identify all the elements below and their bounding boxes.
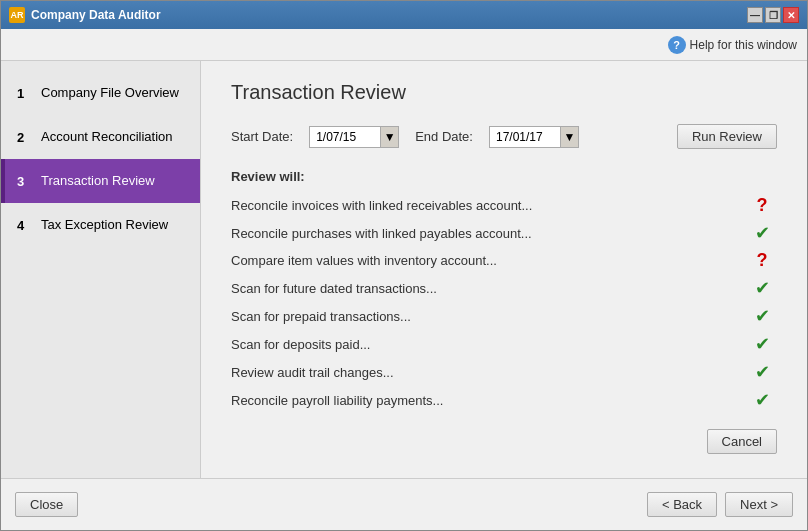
footer: Close < Back Next > — [1, 478, 807, 530]
status-question-icon: ? — [747, 250, 777, 271]
sidebar-item-label-1: Company File Overview — [41, 85, 179, 101]
sidebar-item-label-3: Transaction Review — [41, 173, 155, 189]
close-window-button[interactable]: ✕ — [783, 7, 799, 23]
status-check-icon: ✔ — [747, 222, 777, 244]
review-item: Reconcile payroll liability payments...✔ — [231, 386, 777, 414]
content-area: Transaction Review Start Date: 1/07/15 ▼… — [201, 61, 807, 478]
start-date-dropdown-button[interactable]: ▼ — [380, 127, 398, 147]
status-check-icon: ✔ — [747, 333, 777, 355]
sidebar-item-num-1: 1 — [17, 86, 33, 101]
sidebar-item-label-2: Account Reconciliation — [41, 129, 173, 145]
app-icon: AR — [9, 7, 25, 23]
start-date-input[interactable]: 1/07/15 ▼ — [309, 126, 399, 148]
review-item: Review audit trail changes...✔ — [231, 358, 777, 386]
review-item: Scan for prepaid transactions...✔ — [231, 302, 777, 330]
help-bar: ? Help for this window — [1, 29, 807, 61]
help-label: Help for this window — [690, 38, 797, 52]
review-item: Scan for future dated transactions...✔ — [231, 274, 777, 302]
start-date-label: Start Date: — [231, 129, 293, 144]
end-date-label: End Date: — [415, 129, 473, 144]
review-item-text-7: Reconcile payroll liability payments... — [231, 393, 747, 408]
footer-right: < Back Next > — [647, 492, 793, 517]
help-link[interactable]: ? Help for this window — [668, 36, 797, 54]
window-title: Company Data Auditor — [31, 8, 161, 22]
cancel-area: Cancel — [231, 421, 777, 458]
end-date-dropdown-button[interactable]: ▼ — [560, 127, 578, 147]
sidebar-item-num-4: 4 — [17, 218, 33, 233]
footer-left: Close — [15, 492, 78, 517]
review-item: Reconcile invoices with linked receivabl… — [231, 192, 777, 219]
review-item-text-5: Scan for deposits paid... — [231, 337, 747, 352]
review-item-text-6: Review audit trail changes... — [231, 365, 747, 380]
next-button[interactable]: Next > — [725, 492, 793, 517]
sidebar-item-num-2: 2 — [17, 130, 33, 145]
title-bar-left: AR Company Data Auditor — [9, 7, 161, 23]
restore-button[interactable]: ❐ — [765, 7, 781, 23]
sidebar-item-transaction-review[interactable]: 3 Transaction Review — [1, 159, 200, 203]
end-date-input[interactable]: 17/01/17 ▼ — [489, 126, 579, 148]
review-item: Reconcile purchases with linked payables… — [231, 219, 777, 247]
review-item-text-4: Scan for prepaid transactions... — [231, 309, 747, 324]
dropdown-arrow-icon: ▼ — [378, 128, 402, 146]
sidebar: 1 Company File Overview 2 Account Reconc… — [1, 61, 201, 478]
status-check-icon: ✔ — [747, 305, 777, 327]
close-button[interactable]: Close — [15, 492, 78, 517]
date-row: Start Date: 1/07/15 ▼ End Date: 17/01/17… — [231, 124, 777, 149]
title-buttons: — ❐ ✕ — [747, 7, 799, 23]
review-item-text-3: Scan for future dated transactions... — [231, 281, 747, 296]
start-date-value: 1/07/15 — [310, 128, 380, 146]
sidebar-item-num-3: 3 — [17, 174, 33, 189]
sidebar-item-tax-exception-review[interactable]: 4 Tax Exception Review — [1, 203, 200, 247]
review-item-text-1: Reconcile purchases with linked payables… — [231, 226, 747, 241]
page-title: Transaction Review — [231, 81, 777, 104]
status-question-icon: ? — [747, 195, 777, 216]
run-review-button[interactable]: Run Review — [677, 124, 777, 149]
minimize-button[interactable]: — — [747, 7, 763, 23]
title-bar: AR Company Data Auditor — ❐ ✕ — [1, 1, 807, 29]
cancel-button[interactable]: Cancel — [707, 429, 777, 454]
review-will-label: Review will: — [231, 169, 777, 184]
review-item-text-0: Reconcile invoices with linked receivabl… — [231, 198, 747, 213]
sidebar-item-company-file-overview[interactable]: 1 Company File Overview — [1, 71, 200, 115]
status-check-icon: ✔ — [747, 277, 777, 299]
review-item-text-2: Compare item values with inventory accou… — [231, 253, 747, 268]
content-wrapper: Transaction Review Start Date: 1/07/15 ▼… — [231, 81, 777, 458]
review-item: Scan for deposits paid...✔ — [231, 330, 777, 358]
sidebar-item-label-4: Tax Exception Review — [41, 217, 168, 233]
main-content: 1 Company File Overview 2 Account Reconc… — [1, 61, 807, 478]
help-icon: ? — [668, 36, 686, 54]
end-date-value: 17/01/17 — [490, 128, 560, 146]
review-items-list: Reconcile invoices with linked receivabl… — [231, 192, 777, 414]
main-window: AR Company Data Auditor — ❐ ✕ ? Help for… — [0, 0, 808, 531]
dropdown-arrow-icon-2: ▼ — [558, 128, 582, 146]
status-check-icon: ✔ — [747, 361, 777, 383]
sidebar-item-account-reconciliation[interactable]: 2 Account Reconciliation — [1, 115, 200, 159]
status-check-icon: ✔ — [747, 389, 777, 411]
back-button[interactable]: < Back — [647, 492, 717, 517]
review-item: Compare item values with inventory accou… — [231, 247, 777, 274]
